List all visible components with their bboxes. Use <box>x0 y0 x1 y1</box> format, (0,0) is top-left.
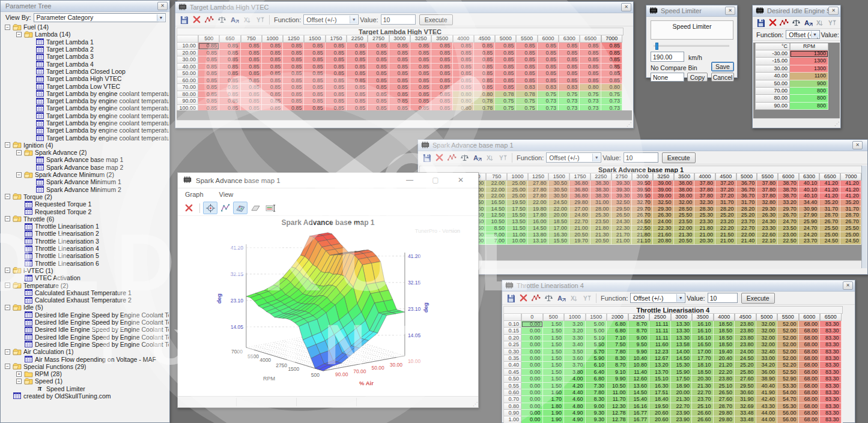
table-cell[interactable]: 0.85 <box>495 43 516 50</box>
col-header[interactable]: 4500 <box>474 35 495 43</box>
speed-slider[interactable] <box>654 45 729 47</box>
table-cell[interactable]: 0.00 <box>521 389 543 396</box>
table-cell[interactable]: 3.30 <box>564 335 586 341</box>
table-cell[interactable]: 11.11 <box>649 321 671 328</box>
table-cell[interactable]: 36.70 <box>736 181 757 187</box>
table-cell[interactable]: 0.85 <box>495 70 516 77</box>
table-cell[interactable]: 0.85 <box>474 56 495 64</box>
table-cell[interactable]: 25.10 <box>714 383 735 389</box>
table-cell[interactable]: 23.80 <box>735 341 756 348</box>
table-cell[interactable]: 83.30 <box>820 403 842 410</box>
table-cell[interactable]: 0.85 <box>262 50 283 57</box>
table-cell[interactable]: 0.85 <box>516 50 537 57</box>
table-cell[interactable]: 14.50 <box>628 389 650 396</box>
table-cell[interactable]: 0.85 <box>559 56 580 64</box>
row-header[interactable]: 0.15 <box>503 328 521 334</box>
compare-input[interactable]: None <box>651 73 684 82</box>
table-cell[interactable]: 28.20 <box>736 206 757 213</box>
tree-item[interactable]: VTEC Activation <box>1 274 169 281</box>
table-cell[interactable]: 1.90 <box>543 410 565 416</box>
table-cell[interactable]: 23.90 <box>671 416 693 423</box>
execute-button[interactable]: Execute <box>741 293 775 304</box>
save-icon[interactable] <box>755 17 766 28</box>
collapse-icon[interactable]: − <box>16 172 22 178</box>
table-cell[interactable]: 0.85 <box>198 70 219 77</box>
table-cell[interactable]: 25.90 <box>799 219 820 226</box>
table-cell[interactable]: 25.30 <box>694 212 715 219</box>
table-cell[interactable]: 37.20 <box>715 193 736 200</box>
table-cell[interactable]: 5.00 <box>586 321 607 328</box>
table-cell[interactable]: 32.50 <box>612 200 633 206</box>
table-cell[interactable]: 23.00 <box>778 232 799 239</box>
save-icon[interactable] <box>505 293 517 304</box>
table-cell[interactable]: 23.70 <box>799 238 820 245</box>
table-cell[interactable]: 0.85 <box>347 56 368 64</box>
table-cell[interactable]: 36.70 <box>736 193 757 200</box>
table-cell[interactable]: 11.00 <box>507 232 528 239</box>
flat-view-icon[interactable] <box>248 202 263 214</box>
table-cell[interactable]: 25.10 <box>692 403 714 410</box>
table-cell[interactable]: 52.90 <box>777 376 799 382</box>
table-cell[interactable]: 0.85 <box>219 70 240 77</box>
curve-icon[interactable] <box>203 14 215 25</box>
table-cell[interactable]: 0.85 <box>347 70 368 77</box>
table-cell[interactable]: 21.30 <box>590 232 612 239</box>
col-header[interactable]: 1500 <box>548 173 569 181</box>
table-cell[interactable]: 0.85 <box>601 64 622 71</box>
table-cell[interactable]: 10.50 <box>486 219 507 226</box>
col-header[interactable]: 1000 <box>564 314 586 321</box>
table-cell[interactable]: 24.20 <box>799 232 820 239</box>
table-cell[interactable]: 0.73 <box>559 98 580 105</box>
table-cell[interactable]: 37.80 <box>694 193 715 200</box>
row-header[interactable]: 10.00 <box>177 43 198 50</box>
table-cell[interactable]: 19.50 <box>507 200 528 206</box>
table-cell[interactable]: 0.85 <box>326 43 347 50</box>
table-cell[interactable]: 22.00 <box>486 181 507 187</box>
table-cell[interactable]: 0.85 <box>601 43 622 50</box>
table-cell[interactable]: 20.50 <box>674 238 695 245</box>
table-cell[interactable]: 16.16 <box>628 403 650 410</box>
table-cell[interactable]: 22.20 <box>714 369 735 376</box>
table-cell[interactable]: 0.85 <box>262 77 283 85</box>
table-cell[interactable]: 23.50 <box>590 219 612 226</box>
row-header[interactable]: 40.00 <box>177 64 198 71</box>
col-header[interactable]: 3500 <box>431 35 452 43</box>
table-cell[interactable]: 20.00 <box>671 389 693 396</box>
table-cell[interactable]: 0.85 <box>283 56 304 64</box>
table-cell[interactable]: 0.85 <box>326 77 347 85</box>
tree-item[interactable]: −Torque (2) <box>1 193 169 200</box>
table-cell[interactable]: 83.30 <box>820 376 842 382</box>
table-cell[interactable]: 0.85 <box>304 77 325 85</box>
table-cell[interactable]: 39.30 <box>612 181 633 187</box>
table-cell[interactable]: 16.77 <box>628 416 650 423</box>
table-cell[interactable]: 0.85 <box>304 56 325 64</box>
table-cell[interactable]: 0.85 <box>389 50 410 57</box>
table-cell[interactable]: 12.30 <box>607 403 628 410</box>
table-cell[interactable]: 0.00 <box>521 355 543 362</box>
table-cell[interactable]: 1.50 <box>543 321 565 328</box>
table-cell[interactable]: 0.85 <box>198 43 219 50</box>
row-header[interactable]: 0.70 <box>503 396 521 403</box>
table-cell[interactable]: 18.50 <box>548 219 569 226</box>
table-cell[interactable]: 20.80 <box>653 238 674 245</box>
row-header[interactable]: -15.00 <box>755 58 790 65</box>
row-header[interactable]: 0.60 <box>503 389 521 396</box>
table-cell[interactable]: 38.30 <box>590 187 612 194</box>
table-cell[interactable]: 0.85 <box>347 77 368 85</box>
table-cell[interactable]: 10.80 <box>628 362 650 368</box>
table-cell[interactable]: 27.80 <box>528 187 549 194</box>
row-header[interactable]: 0.10 <box>503 321 521 328</box>
table-cell[interactable]: 27.00 <box>569 206 590 213</box>
table-cell[interactable]: 39.50 <box>632 181 653 187</box>
col-header[interactable]: 4000 <box>714 314 735 321</box>
table-cell[interactable]: 9.90 <box>628 349 650 355</box>
table-cell[interactable]: 0.85 <box>601 56 622 64</box>
table-cell[interactable]: 0.85 <box>516 70 537 77</box>
table-cell[interactable]: 23.80 <box>735 328 756 334</box>
table-cell[interactable]: 5.90 <box>586 355 607 362</box>
table-cell[interactable]: 0.85 <box>304 98 325 105</box>
tree-item[interactable]: Requested Torque 1 <box>1 200 169 208</box>
table-cell[interactable]: 0.85 <box>431 56 452 64</box>
table-cell[interactable]: 16.00 <box>528 219 549 226</box>
function-select[interactable]: Offset (+/-) ▼ <box>630 293 685 303</box>
